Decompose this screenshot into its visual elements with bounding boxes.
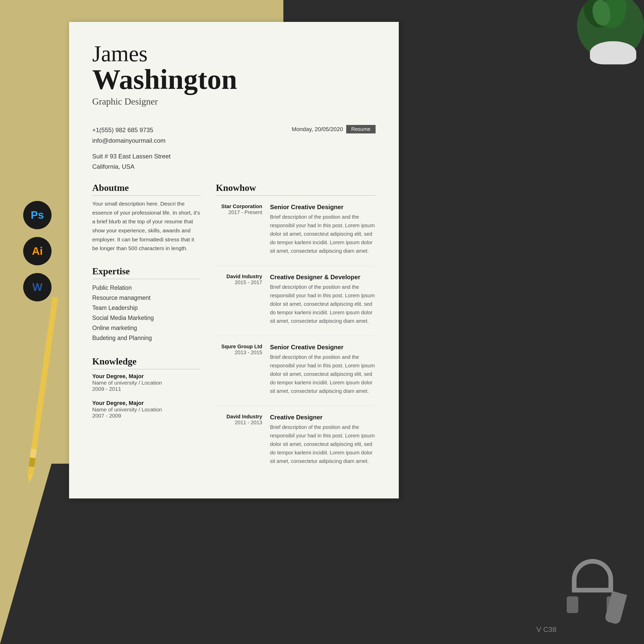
job-entry-3: Squre Group Ltd 2013 - 2015 Senior Creat… [216,344,376,395]
address-row: Suit # 93 East Lassen Street California,… [69,146,399,172]
date-text: Monday, 20/05/2020 [292,126,343,133]
address-line1: Suit # 93 East Lassen Street [92,151,376,162]
knowledge-title: Knowledge [92,356,200,369]
degree-title-2: Your Degree, Major [92,400,200,406]
expertise-item: Public Relation [92,283,200,293]
expertise-item: Social Media Marketing [92,313,200,323]
right-column: Knowhow Star Corporation 2017 - Present … [216,182,376,476]
phone: +1(555) 982 685 9735 [92,125,165,135]
last-name: Washington [92,65,376,94]
divider-1 [216,266,376,266]
job-details-2: Creative Designer & Developer Brief desc… [270,274,376,325]
job-meta-3: Squre Group Ltd 2013 - 2015 [216,344,262,395]
job-meta-4: David Industry 2011 - 2013 [216,414,262,465]
expertise-list: Public Relation Resource managment Team … [92,283,200,343]
resume-badge: Resume [346,125,376,133]
version-tag: V C38 [536,625,556,634]
job-entry-4: David Industry 2011 - 2013 Creative Desi… [216,414,376,465]
about-text: Your small description here. Descri the … [92,199,200,253]
knowhow-title: Knowhow [216,182,376,196]
job-company-3: Squre Group Ltd [216,344,262,350]
degree-years-2: 2007 - 2009 [92,413,200,419]
job-company-1: Star Corporation [216,204,262,209]
contact-info: +1(555) 982 685 9735 info@domainyourmail… [92,125,165,146]
about-title: Aboutme [92,182,200,196]
degree-block-1: Your Degree, Major Name of university / … [92,373,200,392]
degree-school-1: Name of university / Location [92,380,200,386]
job-title: Graphic Designer [92,96,376,107]
headphones-decoration [567,559,618,623]
job-position-4: Creative Designer [270,414,376,421]
job-years-1: 2017 - Present [216,209,262,215]
job-details-4: Creative Designer Brief description of t… [270,414,376,465]
resume-header: James Washington Graphic Designer [69,22,399,117]
photoshop-icon: Ps [23,201,52,229]
degree-years-1: 2009 - 2011 [92,386,200,392]
job-position-2: Creative Designer & Developer [270,274,376,281]
job-position-1: Senior Creative Designer [270,204,376,211]
job-entry-1: Star Corporation 2017 - Present Senior C… [216,204,376,255]
first-name: James [92,43,376,65]
job-desc-4: Brief description of the position and th… [270,423,376,465]
illustrator-icon: Ai [23,237,52,265]
job-position-3: Senior Creative Designer [270,344,376,351]
divider-2 [216,336,376,336]
word-icon: W [23,273,52,301]
job-years-4: 2011 - 2013 [216,420,262,426]
divider-3 [216,406,376,406]
job-company-4: David Industry [216,414,262,420]
job-desc-1: Brief description of the position and th… [270,213,376,255]
degree-block-2: Your Degree, Major Name of university / … [92,400,200,419]
email: info@domainyourmail.com [92,135,165,146]
about-section: Aboutme Your small description here. Des… [92,182,200,253]
expertise-title: Expertise [92,266,200,279]
job-details-1: Senior Creative Designer Brief descripti… [270,204,376,255]
plant-decoration [572,0,644,64]
job-desc-3: Brief description of the position and th… [270,353,376,395]
date-resume: Monday, 20/05/2020 Resume [292,125,376,133]
knowledge-section: Knowledge Your Degree, Major Name of uni… [92,356,200,419]
degree-school-2: Name of university / Location [92,406,200,413]
job-entry-2: David Industry 2015 - 2017 Creative Desi… [216,274,376,325]
contact-date-row: +1(555) 982 685 9735 info@domainyourmail… [69,117,399,146]
expertise-item: Budeting and Planning [92,333,200,343]
left-column: Aboutme Your small description here. Des… [92,182,200,476]
job-years-3: 2013 - 2015 [216,350,262,355]
expertise-item: Online marketing [92,323,200,333]
job-meta-2: David Industry 2015 - 2017 [216,274,262,325]
expertise-section: Expertise Public Relation Resource manag… [92,266,200,343]
software-icons: Ps Ai W [23,201,52,301]
address-line2: California, USA [92,162,376,172]
resume-paper: James Washington Graphic Designer +1(555… [69,22,399,498]
job-years-2: 2015 - 2017 [216,279,262,285]
degree-title-1: Your Degree, Major [92,373,200,380]
job-desc-2: Brief description of the position and th… [270,283,376,325]
expertise-item: Team Leadership [92,303,200,313]
resume-body: Aboutme Your small description here. Des… [69,172,399,486]
job-details-3: Senior Creative Designer Brief descripti… [270,344,376,395]
expertise-item: Resource managment [92,293,200,303]
job-meta-1: Star Corporation 2017 - Present [216,204,262,255]
job-company-2: David Industry [216,274,262,279]
